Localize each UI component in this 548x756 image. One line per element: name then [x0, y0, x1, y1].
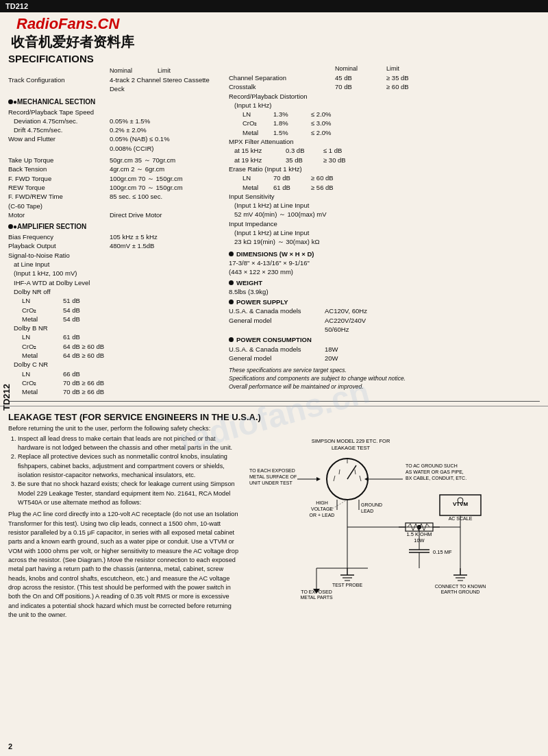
dolby-c-cro2-label: CrO₂ — [22, 378, 63, 387]
channel-sep-nominal: 45 dB — [335, 73, 386, 82]
test-probe-label-text: TEST PROBE — [332, 583, 363, 587]
input-imp-label: Input Impedance — [229, 219, 540, 228]
ln-label: LN — [22, 296, 63, 305]
erase-metal-nominal: 61 dB — [273, 183, 311, 192]
right-col-nominal: Nominal — [335, 65, 386, 72]
erase-ratio-label: Erase Ratio (Input 1 kHz) — [229, 164, 540, 173]
playback-output-row: Playback Output 480mV ± 1.5dB — [8, 241, 221, 250]
ground-label: GROUND — [361, 502, 382, 507]
amplifier-bullet — [8, 224, 13, 229]
crosstalk-label: Crosstalk — [229, 82, 335, 91]
dolby-c-metal-label: Metal — [22, 387, 63, 396]
ln-row: LN 51 dB — [8, 296, 221, 305]
fwd-torque-value: 100gr.cm 70 ～ 150gr.cm — [110, 174, 183, 183]
power-supply-label: POWER SUPPLY — [236, 297, 288, 306]
channel-sep-label: Channel Separation — [229, 73, 335, 82]
leakage-diagram: SIMPSON MODEL 229 ETC. FOR LEAKAGE TEST … — [248, 435, 540, 620]
dolby-b-metal-val: 64 dB ≥ 60 dB — [63, 351, 104, 360]
right-column: Nominal Limit Channel Separation 45 dB ≥… — [229, 53, 540, 397]
rew-torque-value: 100gr.cm 70 ～ 150gr.cm — [110, 183, 183, 192]
fwd-rew-time-row: F. FWD/REW Time (C-60 Tape) 85 sec. ≤ 10… — [8, 192, 221, 210]
input-sens-value: 52 mV 40(min) ～ 100(max) mV — [229, 210, 540, 219]
metal-row: Metal 54 dB — [8, 315, 221, 324]
rpd-ln-limit: ≤ 2.0% — [311, 110, 332, 119]
rpd-metal-label: Metal — [242, 128, 273, 137]
leakage-section: LEAKAGE TEST (FOR SERVICE ENGINEERS IN T… — [0, 406, 548, 623]
scale-line2 — [339, 470, 340, 474]
col-headers: Nominal Limit — [8, 67, 221, 74]
cap-label-text: 0.15 MF — [433, 549, 452, 555]
motor-row: Motor Direct Drive Motor — [8, 210, 221, 219]
mechanical-section-header: ●MECHANICAL SECTION — [8, 98, 221, 106]
rpd-ln-label: LN — [242, 110, 273, 119]
pc-general-label: General model — [229, 354, 325, 363]
dolby-b-metal-label: Metal — [22, 351, 63, 360]
dolby-c-metal-val: 70 dB ≥ 66 dB — [63, 387, 104, 396]
track-config-label: Track Configuration — [8, 75, 110, 94]
dimensions-label: DIMENSIONS (W × H × D) — [236, 249, 314, 258]
mpx-15khz-limit: ≤ 1 dB — [323, 146, 342, 155]
connect-known-label-text: CONNECT TO KNOWN — [435, 584, 486, 589]
cro2-row: CrO₂ 54 dB — [8, 306, 221, 315]
mpx-label: MPX Filter Attenuation — [229, 137, 540, 146]
main-content: SPECIFICATIONS Nominal Limit Track Confi… — [0, 53, 548, 397]
dolby-c-ln-label: LN — [22, 369, 63, 378]
back-tension-value: 4gr.cm 2 ～ 6gr.cm — [110, 164, 164, 173]
dolby-b-nr: Dolby B NR — [8, 324, 221, 332]
leakage-para: Plug the AC line cord directly into a 12… — [8, 510, 241, 620]
cap-junction-top — [418, 525, 421, 528]
leakage-title: LEAKAGE TEST (FOR SERVICE ENGINEERS IN T… — [8, 412, 540, 422]
leakage-step3: Be sure that no shock hazard exists; che… — [18, 480, 241, 507]
meter-needle — [347, 465, 356, 479]
scale-line5 — [360, 476, 361, 481]
to-ac-ground3: BX CABLE, CONDUIT, ETC. — [406, 476, 466, 480]
right-col-limit: Limit — [386, 65, 399, 72]
rpd-sub: (Input 1 kHz) — [229, 101, 540, 110]
top-bar: TD212 — [0, 0, 548, 12]
power-consumption-bullet — [229, 337, 234, 342]
crosstalk-limit: ≥ 60 dB — [386, 82, 409, 91]
mpx-19khz-label: at 19 kHz — [234, 156, 286, 164]
service-notes: These specifications are service target … — [229, 367, 540, 391]
erase-ln-label: LN — [242, 173, 273, 182]
erase-ln-nominal: 70 dB — [273, 173, 311, 182]
arrow-right-head — [364, 477, 369, 481]
leakage-step1: Inspect all lead dress to make certain t… — [18, 435, 241, 453]
to-ac-ground1: TO AC GROUND SUCH — [406, 463, 458, 468]
fwd-rew-value: 85 sec. ≤ 100 sec. — [110, 192, 162, 210]
motor-label: Motor — [8, 210, 110, 219]
us-canada-power-row: U.S.A. & Canada models AC120V, 60Hz — [229, 306, 540, 315]
scale-line1 — [334, 476, 335, 481]
mpx-15khz-row: at 15 kHz 0.3 dB ≤ 1 dB — [229, 146, 540, 155]
rpd-cro2-limit: ≤ 3.0% — [311, 119, 332, 127]
back-tension-row: Back Tension 4gr.cm 2 ～ 6gr.cm — [8, 164, 221, 173]
header-area: RadioFans.CN 收音机爱好者资料库 — [0, 12, 548, 53]
dolby-c-ln-row: LN 66 dB — [8, 369, 221, 378]
rpd-metal-row: Metal 1.5% ≤ 2.0% — [229, 128, 540, 137]
channel-sep-limit: ≥ 35 dB — [386, 73, 409, 82]
input-1khz: (Input 1 kHz, 100 mV) — [8, 269, 221, 278]
wow-flutter-val1: 0.05% (NAB) ≤ 0.1% — [110, 134, 170, 143]
mpx-15khz-nominal: 0.3 dB — [286, 146, 323, 155]
weight-value: 8.5lbs (3.9kg) — [229, 287, 540, 296]
dimensions-header: DIMENSIONS (W × H × D) — [229, 249, 540, 258]
motor-value: Direct Drive Motor — [110, 210, 162, 219]
dolby-nr-off: Dolby NR off — [8, 287, 221, 296]
weight-label: WEIGHT — [236, 278, 262, 287]
dolby-b-ln-row: LN 61 dB — [8, 332, 221, 341]
tape-speed-label: Record/Playback Tape Speed — [8, 108, 221, 117]
rew-torque-row: REW Torque 100gr.cm 70 ～ 150gr.cm — [8, 183, 221, 192]
input-sens-sub: (Input 1 kHz) at Line Input — [229, 201, 540, 210]
general-model-power-value: AC220V/240V 50/60Hz — [325, 316, 366, 334]
side-label: TD212 — [1, 384, 12, 411]
leakage-test-label: LEAKAGE TEST — [332, 445, 371, 451]
or-lead-label: OR + LEAD — [310, 513, 335, 517]
fwd-torque-label: F. FWD Torque — [8, 174, 110, 183]
erase-metal-limit: ≥ 56 dB — [311, 183, 334, 192]
snr-label: Signal-to-Noise Ratio — [8, 251, 221, 260]
weight-bullet — [229, 280, 234, 285]
page-container: radiofans.cn TD212 TD212 RadioFans.CN 收音… — [0, 0, 548, 756]
track-config-row: Track Configuration 4-track 2 Channel St… — [8, 75, 221, 94]
wow-flutter-row: Wow and Flutter 0.05% (NAB) ≤ 0.1% 0.008… — [8, 134, 221, 153]
model-label: TD212 — [5, 2, 28, 10]
